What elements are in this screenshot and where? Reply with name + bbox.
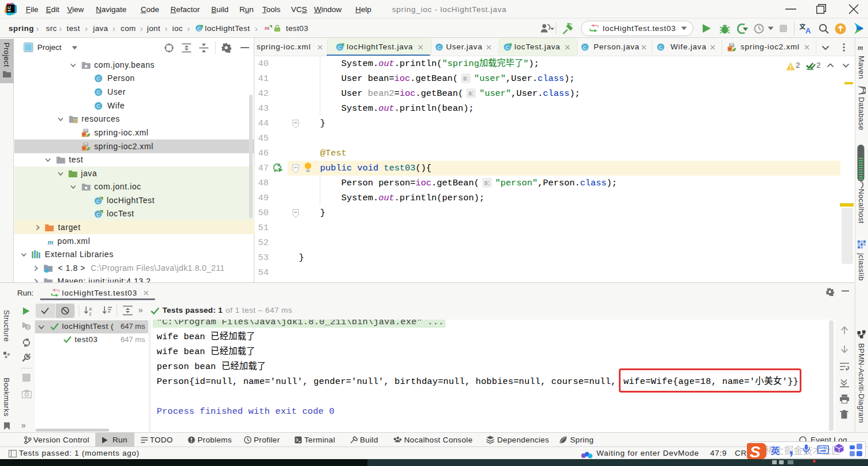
svg-text:C: C [96,75,100,81]
svg-text:9: 9 [26,324,29,330]
svg-text:C: C [197,26,201,32]
svg-text:m: m [858,44,863,51]
svg-text:C: C [506,45,510,51]
svg-text:IJ: IJ [7,6,11,10]
svg-text:z: z [89,311,92,316]
svg-text:C: C [96,103,100,109]
svg-text:m: m [265,24,270,31]
svg-text:C: C [338,45,342,51]
svg-text:m: m [48,237,53,246]
svg-text:C: C [583,45,587,51]
svg-text:C: C [96,89,100,95]
svg-text:C: C [437,45,441,51]
svg-text:A: A [805,26,811,34]
svg-text:C: C [659,45,663,51]
